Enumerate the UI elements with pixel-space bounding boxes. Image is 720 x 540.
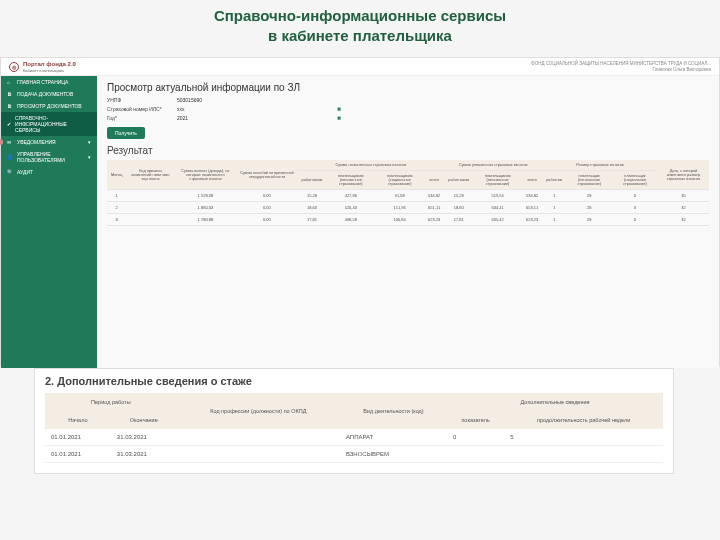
table-row: 31 780,880,0017,81498,58106,84623,2317,8… (107, 214, 709, 226)
result-title: Результат (107, 145, 709, 156)
header-org-line1: ФОНД СОЦИАЛЬНОЙ ЗАЩИТЫ НАСЕЛЕНИЯ МИНИСТЕ… (531, 61, 711, 66)
col-date: Дата, с которой изменился размер страхов… (658, 160, 709, 190)
col-start: Начало (45, 411, 111, 429)
search-icon: 🔍 (7, 169, 13, 175)
sidebar-item-submit[interactable]: 🗎ПОДАЧА ДОКУМЕНТОВ (1, 88, 97, 100)
sidebar-label: УПРАВЛЕНИЕ ПОЛЬЗОВАТЕЛЯМИ (17, 151, 84, 163)
table-row: 01.01.202131.03.2021АППАРАТ05 (45, 429, 663, 446)
col-posobie: Сумма пособий по временной нетрудоспособ… (236, 160, 297, 190)
cell: 520,40 (326, 202, 375, 214)
clear-year-button[interactable]: ✖ (337, 115, 341, 121)
cell (447, 446, 504, 463)
cell: АППАРАТ (340, 429, 447, 446)
notification-pointer-icon (0, 139, 3, 145)
cell: 31.03.2021 (111, 446, 177, 463)
col-end: Окончание (111, 411, 177, 429)
cell: 498,58 (326, 214, 375, 226)
cell: 534,82 (522, 190, 542, 202)
brand-logo-icon: ◎ (9, 62, 19, 72)
check-icon: ✔ (7, 121, 11, 127)
cell: 605,42 (473, 214, 522, 226)
cell: 0,00 (236, 202, 297, 214)
sidebar-item-view[interactable]: 🗎ПРОСМОТР ДОКУМЕНТОВ (1, 100, 97, 112)
cell: 1 780,88 (175, 214, 237, 226)
sidebar-label: ПРОСМОТР ДОКУМЕНТОВ (17, 103, 82, 109)
cell: 519,54 (473, 190, 522, 202)
cell: 427,86 (326, 190, 375, 202)
cell (126, 214, 174, 226)
cell (126, 190, 174, 202)
cell: 0,00 (236, 214, 297, 226)
panel-title: Просмотр актуальной информации по ЗЛ (107, 82, 709, 93)
cell: 106,84 (375, 214, 424, 226)
col-prod: продолжительность рабочей недели (504, 411, 663, 429)
header-org: ФОНД СОЦИАЛЬНОЙ ЗАЩИТЫ НАСЕЛЕНИЯ МИНИСТЕ… (531, 61, 711, 72)
section2-title: 2. Дополнительные сведения о стаже (45, 375, 663, 387)
chevron-down-icon: ▾ (88, 154, 91, 160)
app-header: ◎ Портал фонда 2.0 Кабинет плательщика Ф… (1, 58, 719, 76)
sidebar-item-info-services[interactable]: ✔СПРАВОЧНО-ИНФОРМАЦИОННЫЕ СЕРВИСЫ (1, 112, 97, 136)
unps-label: УНПФ (107, 97, 177, 103)
sidebar-item-notifications[interactable]: ✉УВЕДОМЛЕНИЯ▾ (1, 136, 97, 148)
cell: 623,23 (522, 214, 542, 226)
app-frame: ◎ Портал фонда 2.0 Кабинет плательщика Ф… (0, 57, 720, 367)
cell: 15,28 (444, 190, 473, 202)
sidebar-label: СПРАВОЧНО-ИНФОРМАЦИОННЫЕ СЕРВИСЫ (15, 115, 91, 133)
get-button[interactable]: Получить (107, 127, 145, 139)
cell: 18,60 (444, 202, 473, 214)
cell: 17,81 (444, 214, 473, 226)
home-icon: ⌂ (7, 79, 13, 85)
chevron-down-icon: ▾ (88, 139, 91, 145)
cell: 1 (542, 202, 566, 214)
cell: 1 (107, 190, 126, 202)
cell: 32 (658, 214, 709, 226)
cell: 651,11 (424, 202, 444, 214)
sidebar-item-home[interactable]: ⌂ГЛАВНАЯ СТРАНИЦА (1, 76, 97, 88)
col: плательщиком (пенсионное страхование) (473, 171, 522, 190)
cell: 1 860,03 (175, 202, 237, 214)
cell: 0,00 (236, 190, 297, 202)
cell: 32 (658, 202, 709, 214)
year-label: Год* (107, 115, 177, 121)
col: плательщик (социальное страхование) (612, 171, 658, 190)
brand-sub: Кабинет плательщика (23, 68, 64, 73)
cell: 15,28 (298, 190, 327, 202)
col-reason: Код причины начислений ниже мин. зар.пла… (126, 160, 174, 190)
cell: 18,60 (298, 202, 327, 214)
cell: 0 (612, 190, 658, 202)
doc-icon: 🗎 (7, 91, 13, 97)
sidebar-item-audit[interactable]: 🔍АУДИТ (1, 166, 97, 178)
cell: 5 (504, 429, 663, 446)
col: плательщиком (социальное страхование) (375, 171, 424, 190)
cell: 35 (658, 190, 709, 202)
clear-ils-button[interactable]: ✖ (337, 106, 341, 112)
content-panel: Просмотр актуальной информации по ЗЛ УНП… (97, 76, 719, 368)
col-vid: Вид деятельности (код) (340, 393, 447, 429)
cell: 28 (566, 202, 612, 214)
sidebar-item-users[interactable]: 👤УПРАВЛЕНИЕ ПОЛЬЗОВАТЕЛЯМИ▾ (1, 148, 97, 166)
col-period: Период работы (45, 393, 177, 411)
cell: 17,81 (298, 214, 327, 226)
cell: 1 528,08 (175, 190, 237, 202)
year-input[interactable]: 2021 (177, 115, 267, 121)
cell: 1 (542, 214, 566, 226)
ils-label: Страховой номер ИЛС* (107, 106, 177, 112)
cell: 111,96 (375, 202, 424, 214)
col-group-nachis: Сумма начисленных страховых взносов (298, 160, 445, 171)
col-sum: Сумма выплат (дохода), на которые начисл… (175, 160, 237, 190)
cell: 91,68 (375, 190, 424, 202)
col-pokaz: показатель (447, 411, 504, 429)
cell (126, 202, 174, 214)
col: работником (298, 171, 327, 190)
cell: 653,11 (522, 202, 542, 214)
col: работником (444, 171, 473, 190)
cell: 01.01.2021 (45, 429, 111, 446)
mail-icon: ✉ (7, 139, 13, 145)
col-month: Месяц (107, 160, 126, 190)
table-row: 11 528,080,0015,28427,8691,68534,8215,28… (107, 190, 709, 202)
col: всего (424, 171, 444, 190)
col: всего (522, 171, 542, 190)
col: плательщиком (пенсионное страхование) (326, 171, 375, 190)
cell (504, 446, 663, 463)
ils-input[interactable]: xxx (177, 106, 267, 112)
